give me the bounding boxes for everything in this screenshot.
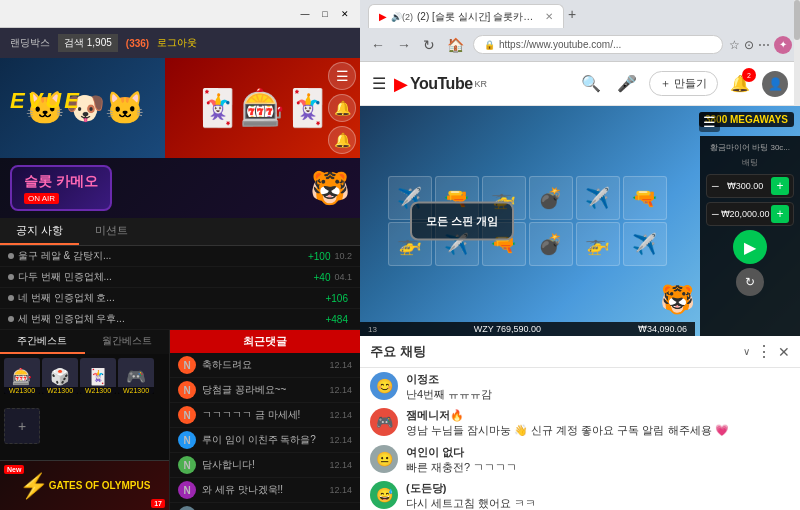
chat-message: 🎮 잼메니저🔥 영남 누님들 잠시마눙 👋 신규 계정 좋아요 구독 알림 해주… [370,408,790,438]
comment-avatar: N [178,356,196,374]
bet2-increase-btn[interactable]: + [771,205,789,223]
yt-mic-button[interactable]: 🎤 [613,70,641,97]
comment-text: 담사합니다! [202,458,323,472]
weekly-best-tab[interactable]: 주간베스트 [0,330,85,354]
lock-icon: 🔒 [484,40,495,50]
tab-notice[interactable]: 공지 사항 [0,218,79,245]
notice-item[interactable]: 다두 번째 민증업체... +40 04.1 [0,267,360,288]
comment-time: 12.14 [329,435,352,445]
recent-item[interactable]: N ㄱㄱㄱㄱㄱ 금 마세세! 12.14 [170,403,360,428]
forward-button[interactable]: → [394,35,414,55]
chat-content: 이정조 난4번째 ㅠㅠㅠ감 [406,372,790,402]
tab-mission[interactable]: 미션트 [79,218,144,245]
chat-username: 이정조 [406,372,790,387]
yt-search-button[interactable]: 🔍 [577,70,605,97]
on-air-badge: ON AIR [24,193,59,204]
minimize-button[interactable]: — [298,7,312,21]
sym-12: ✈️ [623,222,667,266]
comment-avatar: N [178,431,196,449]
main-spin-button[interactable]: ▶ [733,230,767,264]
yt-avatar[interactable]: 👤 [762,71,788,97]
notice-text: 네 번째 인증업체 호... [18,291,321,305]
chat-dropdown-icon[interactable]: ∨ [743,346,750,357]
new-tab-button[interactable]: + [564,6,580,22]
more-games-btn[interactable]: + [4,408,40,444]
game-thumb-2[interactable]: 🎲W21300 [42,358,78,394]
comment-avatar: N [178,406,196,424]
comment-text: 와 세유 맛나겠욱!! [202,483,323,497]
yt-menu-button[interactable]: ☰ [372,74,386,93]
chat-close-button[interactable]: ✕ [778,344,790,360]
more-btn[interactable]: ⋯ [758,38,770,52]
notice-item[interactable]: 울구 레알 & 감탕지... +100 10.2 [0,246,360,267]
recent-item[interactable]: N 목이드려고 12.14 [170,503,360,510]
bottom-section: 주간베스트 월간베스트 🎰W21300 🎲W21300 🃏W21300 🎮W21… [0,330,360,510]
chat-text: 영남 누님들 잠시마눙 👋 신규 계정 좋아요 구독 알림 해주세용 💗 [406,423,790,438]
video-overlay-menu[interactable]: ☰ [699,112,720,132]
nav-btn-1[interactable]: ☰ [328,62,356,90]
extensions-btn[interactable]: ✦ [774,36,792,54]
url-bar[interactable]: 🔒 https://www.youtube.com/... [473,35,723,54]
chat-content: (도든당) 다시 세트고침 했어요 ㅋㅋ [406,481,790,510]
video-player[interactable]: ✈️ 🔫 🚁 💣 ✈️ 🔫 🚁 ✈️ 🔫 💣 🚁 ✈️ [360,106,800,336]
gates-text: GATES OF OLYMPUS [49,480,151,491]
bet-value-2: ₩20,000.00 [719,209,771,219]
refresh-button[interactable]: ↻ [420,35,438,55]
yt-create-button[interactable]: ＋ 만들기 [649,71,718,96]
tab-close-btn[interactable]: ✕ [545,11,553,22]
bet2-decrease-btn[interactable]: − [711,206,719,222]
bet-value-1: ₩300.00 [719,181,771,191]
new-badge: New [4,465,24,474]
chat-avatar: 😅 [370,481,398,509]
bet-decrease-btn[interactable]: − [711,178,719,194]
monthly-best-tab[interactable]: 월간베스트 [85,330,170,354]
bet-increase-btn[interactable]: + [771,177,789,195]
nav-btn-3[interactable]: 🔔 [328,126,356,154]
bottom-tabs: 주간베스트 월간베스트 [0,330,169,354]
left-panel: — □ ✕ 랜딩박스 검색 1,905 (336) 로그아웃 🐱🐶🐱 EVUE … [0,0,360,510]
game-thumb-3[interactable]: 🃏W21300 [80,358,116,394]
bet-row-1: − ₩300.00 + [706,174,794,198]
plus-icon: ＋ [660,76,671,91]
notice-dot [8,274,14,280]
bookmark-btn[interactable]: ☆ [729,38,740,52]
chat-text: 다시 세트고침 했어요 ㅋㅋ [406,496,790,510]
evue-text: EVUE [10,88,82,114]
profile-btn[interactable]: ⊙ [744,38,754,52]
content-tabs: 공지 사항 미션트 [0,218,360,246]
gates-icon: ⚡ [19,472,49,500]
comment-avatar: N [178,456,196,474]
browser-tab[interactable]: ▶ 🔊(2) (2) [슬롯 실시간] 슬롯카메오 ✕ [368,4,564,28]
recent-item[interactable]: N 루이 임이 이친주 독하을? 12.14 [170,428,360,453]
home-button[interactable]: 🏠 [444,35,467,55]
search-button[interactable]: 검색 1,905 [58,34,118,52]
notice-item[interactable]: 네 번째 인증업체 호... +106 [0,288,360,309]
sym-10: 💣 [529,222,573,266]
notice-text: 울구 레알 & 감탕지... [18,249,304,263]
recent-item[interactable]: N 담사합니다! 12.14 [170,453,360,478]
nav-btn-2[interactable]: 🔔 [328,94,356,122]
close-button[interactable]: ✕ [338,7,352,21]
recent-item[interactable]: N 당첨글 꽁라베요~~ 12.14 [170,378,360,403]
maximize-button[interactable]: □ [318,7,332,21]
slot-logo: 슬롯 카메오 ON AIR [10,165,112,211]
back-button[interactable]: ← [368,35,388,55]
right-panel: ▶ 🔊(2) (2) [슬롯 실시간] 슬롯카메오 ✕ + ← → ↻ 🏠 🔒 … [360,0,800,510]
logout-button[interactable]: 로그아웃 [157,36,197,50]
gates-of-olympus-banner[interactable]: New ⚡ GATES OF OLYMPUS 17 [0,460,169,510]
game-thumb-4[interactable]: 🎮W21300 [118,358,154,394]
sym-4: 💣 [529,176,573,220]
notice-count: (336) [126,38,149,49]
recent-item[interactable]: N 축하드려요 12.14 [170,353,360,378]
recent-item[interactable]: N 와 세유 맛나겠욱!! 12.14 [170,478,360,503]
auto-spin-button[interactable]: ↻ [736,268,764,296]
yt-logo[interactable]: ▶ YouTube KR [394,73,487,95]
frame-number: 13 [368,325,377,334]
yt-notification-button[interactable]: 🔔 2 [726,70,754,97]
chat-more-button[interactable]: ⋮ [756,342,772,361]
spin-button-area[interactable]: 모든 스핀 개임 [410,202,514,241]
tiger-game-char: 🐯 [660,283,695,316]
notice-dot [8,253,14,259]
notice-item[interactable]: 세 번째 인증업체 우후... +484 [0,309,360,330]
game-thumb-1[interactable]: 🎰W21300 [4,358,40,394]
